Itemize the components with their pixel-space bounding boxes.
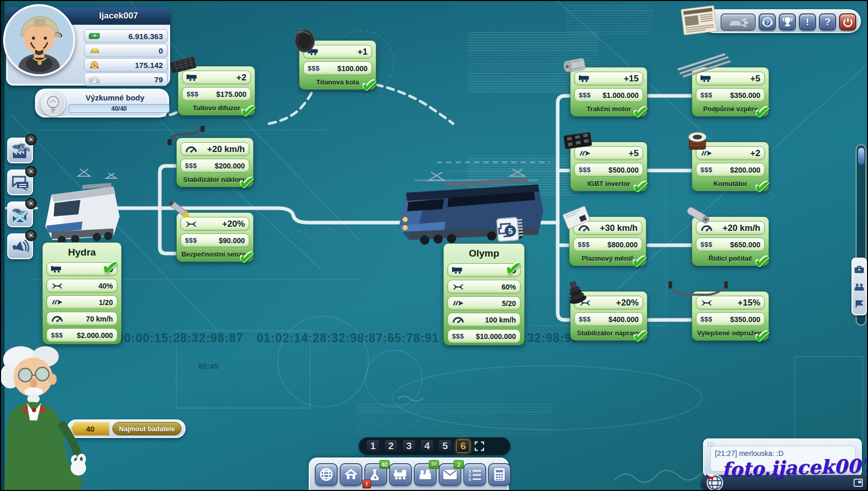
chat-window[interactable]: [21:27] merlouska: :D [703,438,862,477]
researched-check-icon: ✔ [631,101,650,123]
megaphone-button[interactable]: ✕ [7,233,33,259]
gold-value: 0 [159,46,163,55]
researched-check-icon: ✔ [360,75,379,96]
hire-researcher-button[interactable]: Najmout badatele [112,422,181,435]
blueprint-text-block [565,5,653,34]
page-3[interactable]: 3 [402,439,416,453]
upgrade-card-tullovo-difuzor[interactable]: +2 $$$$175.000 Tullovo difuzor ✔ [178,66,255,115]
dollars-icon: $$$ [187,90,198,98]
dollars-icon: $$$ [700,166,712,174]
acceleration-value: 5/20 [502,299,516,308]
research-points-value: 40/40 [111,105,127,112]
world-map-button[interactable] [315,463,338,486]
trains-button[interactable] [389,463,412,486]
people-icon[interactable] [854,283,864,291]
messages-count-badge: 2 [454,460,464,469]
upgrade-card-vylepsene-odpruzeni[interactable]: +15% $$$$350.000 Vylepšené odpružení ✔ [692,291,769,341]
rankings-list-button[interactable]: 123 [463,463,486,486]
finances-calculator-button[interactable] [488,463,511,486]
speedometer-icon [700,225,713,232]
researched-check-icon: ✔ [631,326,650,347]
page-5[interactable]: 5 [438,439,452,453]
upgrade-card-komutator[interactable]: +2 $$$$200.000 Komutátor ✔ [692,142,769,191]
close-icon[interactable]: ✕ [25,230,37,241]
svg-text:?: ? [765,20,769,25]
researched-check-icon: ✔ [753,101,772,123]
close-icon[interactable]: ✕ [25,198,37,209]
lightbulb-icon [41,91,65,116]
upgrade-card-trakcni-motor[interactable]: +15 $$$$1.000.000 Trakční motor ✔ [570,67,647,116]
upgrade-card-stabilizator-napravy[interactable]: +20% $$$$400.000 Stabilizátor nápravy ✔ [570,291,647,341]
dollars-icon: $$$ [185,236,197,244]
service-row: 60% [447,280,521,294]
wrench-icon [185,221,197,227]
production-bonus-button[interactable]: 50% ✕ [7,138,33,163]
help-button[interactable]: ? [819,13,836,30]
research-points-badge: 40 [379,460,390,469]
page-1[interactable]: 1 [366,439,380,453]
acceleration-icon [579,150,591,157]
dollars-icon: $$$ [308,64,320,72]
buy-gold-button[interactable] [721,13,756,31]
acceleration-icon [700,150,713,157]
page-4[interactable]: 4 [420,439,434,453]
trophy-button[interactable] [779,13,796,30]
close-icon[interactable]: ✕ [25,166,37,177]
production-bonus-expired-button[interactable]: 50% ✕ [7,201,33,227]
fullscreen-icon[interactable] [474,441,485,451]
upgrade-card-bezpecnostni-senzor[interactable]: +20% $$$$90.000 Bezpečnostní senzor ✔ [176,212,254,262]
briefcase-icon[interactable] [854,265,864,274]
messages-button[interactable]: 2 [439,463,461,486]
research-alert-badge: ! [362,480,371,488]
wagon-icon [700,75,713,82]
speed-row: 100 km/h [447,313,521,327]
acceleration-icon [51,299,63,306]
upgrade-card-podpurne-vzpery[interactable]: +5 $$$$350.000 Podpůrné vzpěry ✔ [692,67,769,116]
upgrade-card-igbt-invertor[interactable]: +5 $$$$500.000 IGBT invertor ✔ [570,142,647,191]
prestige-medal-icon: ★ [89,61,100,69]
side-button-cluster [852,258,867,315]
close-icon[interactable]: ✕ [25,134,37,145]
chat-messages[interactable]: [21:27] merlouska: :D [710,446,856,471]
researched-check-icon: ✔ [238,172,256,194]
chat-expand-icon[interactable] [854,479,863,487]
wrench-icon [51,283,63,289]
wrench-icon [452,284,464,290]
speed-row: 70 km/h [46,312,118,326]
researched-check-icon: ✔ [753,176,772,198]
chat-bar [701,475,868,491]
support-button[interactable]: ? [759,13,776,30]
svg-text:3: 3 [469,477,471,481]
logout-power-button[interactable] [839,13,856,30]
researched-check-icon: ✔ [753,251,772,273]
prestige-value: 175.142 [135,61,163,70]
wagon-icon [579,75,591,82]
upgrade-card-plazmovy-menic[interactable]: +30 km/h $$$$800.000 Plazmový měnič ✔ [569,216,646,266]
upgrade-card-ridici-pocitac[interactable]: +20 km/h $$$$650.000 Řídící počítač ✔ [692,216,769,266]
svg-text:50%: 50% [18,146,30,153]
researched-check-icon: ✔ [631,176,650,198]
notifications-button[interactable]: ! [799,13,816,30]
upgrade-card-stabilizator-naklonu[interactable]: +20 km/h $$$$200.000 Stabilizátor náklon… [176,138,254,187]
research-points-title: Výzkumné body [68,93,162,102]
player-avatar[interactable] [3,4,75,76]
wagon-icon [51,265,63,273]
locomotive-card-olymp[interactable]: Olymp ✔ 65 60% 5/20 100 km/h $$$ $10.000… [443,243,525,345]
chat-windows-button[interactable]: ✕ [7,170,33,195]
chat-language-globe-icon[interactable] [705,473,725,491]
price-value: $10.000.000 [476,332,516,341]
newspaper-icon[interactable] [679,2,723,38]
flag-icon[interactable] [855,300,864,308]
scrollbar-thumb[interactable] [858,147,865,165]
upgrade-card-titanova-kola[interactable]: +1 $$$$100.000 Titanová kola ✔ [299,40,376,90]
research-points-panel: Výzkumné body 40/40 [35,89,169,117]
page-6-active[interactable]: 6 [456,439,470,453]
svg-text:★: ★ [92,62,96,67]
gold-icon [89,47,100,54]
page-2[interactable]: 2 [384,439,398,453]
chat-message: [21:27] merlouska: :D [715,449,783,458]
station-home-button[interactable] [340,463,362,486]
association-button[interactable]: ✉ [414,463,437,486]
locomotive-card-hydra[interactable]: Hydra ✔ 20 40% 1/20 70 km/h $$$ $2.000.0… [42,242,122,344]
research-button[interactable]: 40 ! [364,463,387,486]
